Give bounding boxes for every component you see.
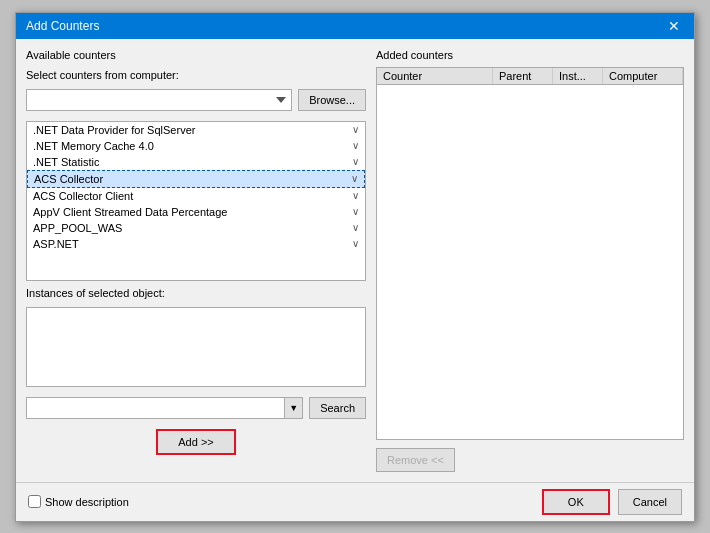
search-input-wrapper: ▼ [26,397,303,419]
ok-button[interactable]: OK [542,489,610,515]
chevron-icon: ∨ [352,206,359,217]
counter-item-label: ACS Collector [34,173,103,185]
search-input[interactable] [27,398,284,418]
browse-button[interactable]: Browse... [298,89,366,111]
counter-item-label: .NET Memory Cache 4.0 [33,140,154,152]
list-item[interactable]: AppV Client Streamed Data Percentage∨ [27,204,365,220]
added-counters-label: Added counters [376,49,684,61]
counter-item-label: APP_POOL_WAS [33,222,122,234]
search-row: ▼ Search [26,397,366,419]
counter-item-label: AppV Client Streamed Data Percentage [33,206,227,218]
list-item[interactable]: .NET Memory Cache 4.0∨ [27,138,365,154]
add-row: Add >> [26,429,366,455]
chevron-icon: ∨ [351,173,358,184]
remove-row: Remove << [376,448,684,472]
chevron-icon: ∨ [352,222,359,233]
added-table: CounterParentInst...Computer [376,67,684,440]
search-button[interactable]: Search [309,397,366,419]
left-panel: Available counters Select counters from … [26,49,366,472]
list-item[interactable]: ACS Collector Client∨ [27,188,365,204]
computer-row: Browse... [26,89,366,111]
close-button[interactable]: ✕ [664,19,684,33]
title-bar: Add Counters ✕ [16,13,694,39]
list-item[interactable]: ASP.NET∨ [27,236,365,252]
dialog-title: Add Counters [26,19,99,33]
table-column-header: Computer [603,68,683,84]
footer-buttons: OK Cancel [542,489,682,515]
show-description-checkbox[interactable] [28,495,41,508]
dialog-footer: Show description OK Cancel [16,482,694,521]
chevron-icon: ∨ [352,156,359,167]
add-counters-dialog: Add Counters ✕ Available counters Select… [15,12,695,522]
table-column-header: Inst... [553,68,603,84]
search-dropdown-icon[interactable]: ▼ [284,398,302,418]
list-item[interactable]: .NET Statistic∨ [27,154,365,170]
chevron-icon: ∨ [352,238,359,249]
add-button[interactable]: Add >> [156,429,235,455]
table-column-header: Counter [377,68,493,84]
instances-label: Instances of selected object: [26,287,366,299]
chevron-icon: ∨ [352,190,359,201]
available-counters-label: Available counters [26,49,366,61]
select-from-label: Select counters from computer: [26,69,366,81]
counter-item-label: .NET Statistic [33,156,99,168]
counter-item-label: ASP.NET [33,238,79,250]
remove-button[interactable]: Remove << [376,448,455,472]
chevron-icon: ∨ [352,124,359,135]
counter-item-label: .NET Data Provider for SqlServer [33,124,195,136]
show-description-label[interactable]: Show description [28,495,129,508]
right-panel: Added counters CounterParentInst...Compu… [376,49,684,472]
chevron-icon: ∨ [352,140,359,151]
instances-box [26,307,366,387]
counter-item-label: ACS Collector Client [33,190,133,202]
computer-select[interactable] [26,89,292,111]
cancel-button[interactable]: Cancel [618,489,682,515]
dialog-body: Available counters Select counters from … [16,39,694,482]
added-table-header: CounterParentInst...Computer [377,68,683,85]
list-item[interactable]: ACS Collector∨ [27,170,365,188]
list-item[interactable]: .NET Data Provider for SqlServer∨ [27,122,365,138]
list-item[interactable]: APP_POOL_WAS∨ [27,220,365,236]
table-column-header: Parent [493,68,553,84]
counters-list[interactable]: .NET Data Provider for SqlServer∨.NET Me… [26,121,366,281]
